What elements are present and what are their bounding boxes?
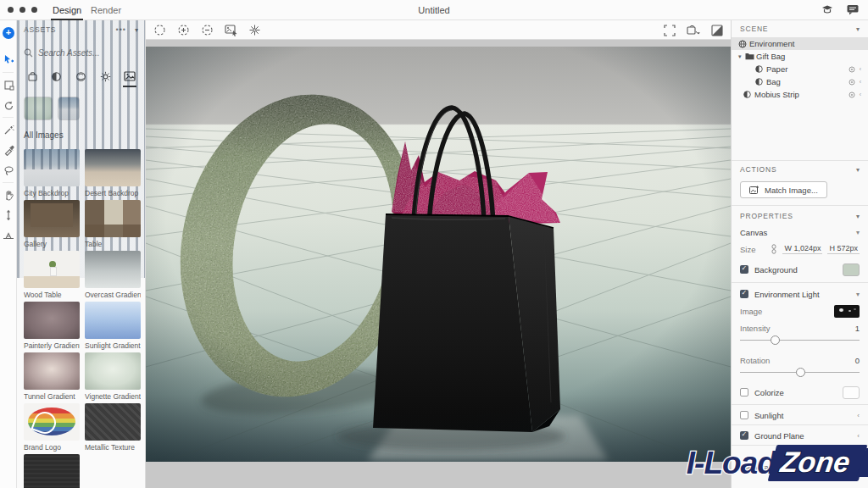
camera-view-icon[interactable] <box>686 23 700 37</box>
ground-plane-caret-icon[interactable]: ‹ <box>857 432 860 440</box>
intensity-label: Intensity <box>740 324 855 333</box>
row-caret-icon[interactable]: ‹ <box>860 79 861 85</box>
asset-item[interactable]: Desert Backdrop <box>85 149 141 197</box>
asset-item[interactable]: Table <box>85 200 141 248</box>
asset-thumbnail[interactable] <box>85 251 141 288</box>
asset-thumbnail[interactable] <box>85 403 141 441</box>
selected-asset-city[interactable] <box>58 97 80 120</box>
object-badge-icon[interactable] <box>849 92 855 98</box>
intensity-slider-thumb[interactable] <box>771 336 780 345</box>
actions-collapse-icon[interactable]: ▾ <box>856 166 860 174</box>
asset-item[interactable]: Painterly Gradient <box>24 302 80 350</box>
scene-item-paper[interactable]: Paper ‹ <box>732 63 868 75</box>
sampler-eyedropper-tool[interactable] <box>0 140 17 160</box>
row-caret-icon[interactable]: ‹ <box>860 92 861 97</box>
asset-item[interactable]: Wood Table <box>24 251 80 299</box>
asset-label: Brand Logo <box>24 443 80 452</box>
asset-item[interactable]: Gallery <box>24 200 80 248</box>
select-similar-icon[interactable] <box>224 23 238 37</box>
select-scale-tool[interactable] <box>0 75 17 95</box>
colorize-checkbox[interactable] <box>740 388 748 396</box>
select-marquee-icon[interactable] <box>153 23 167 37</box>
asset-thumbnail[interactable] <box>85 200 141 237</box>
sunlight-caret-icon[interactable]: ‹ <box>857 412 860 419</box>
properties-panel-title: PROPERTIES <box>740 212 856 220</box>
link-dimensions-icon[interactable] <box>771 244 777 254</box>
learn-icon[interactable] <box>821 3 834 16</box>
lasso-tool[interactable] <box>0 160 17 180</box>
background-checkbox[interactable] <box>740 265 748 274</box>
asset-item[interactable]: Overcast Gradient <box>85 251 141 299</box>
select-move-tool[interactable] <box>0 50 17 70</box>
sunlight-checkbox[interactable] <box>740 411 748 419</box>
asset-thumbnail[interactable] <box>85 302 141 339</box>
asset-thumbnail[interactable] <box>24 352 80 390</box>
add-selection-icon[interactable] <box>176 23 191 37</box>
asset-thumbnail[interactable] <box>24 200 80 237</box>
asset-thumbnail[interactable] <box>24 302 80 339</box>
object-badge-icon[interactable] <box>849 79 855 86</box>
environment-light-caret-icon[interactable]: ▾ <box>856 291 860 298</box>
asset-item[interactable]: Vignette Gradient <box>85 352 141 401</box>
background-color-swatch[interactable] <box>843 263 860 276</box>
add-content-button[interactable]: + <box>0 23 17 43</box>
rotate-tool[interactable] <box>0 95 17 115</box>
scene-collapse-icon[interactable]: ▾ <box>856 25 860 33</box>
asset-label: City Backdrop <box>24 189 80 197</box>
scene-item-gift-bag[interactable]: ▾ Gift Bag <box>732 50 868 63</box>
asset-item[interactable]: Sunlight Gradient <box>85 302 141 350</box>
colorize-color-swatch[interactable] <box>843 386 860 399</box>
asset-label: Wood Table <box>24 291 80 299</box>
fullscreen-icon[interactable] <box>662 23 676 37</box>
intensity-slider[interactable] <box>740 336 860 346</box>
match-image-icon <box>749 186 760 194</box>
asset-thumbnail[interactable] <box>24 251 80 288</box>
hand-tool[interactable] <box>0 185 17 205</box>
asset-thumbnail[interactable] <box>24 403 80 441</box>
asset-item[interactable]: Tunnel Gradient <box>24 352 80 401</box>
environment-image-thumbnail[interactable] <box>834 305 860 318</box>
scene-item-environment[interactable]: Environment <box>732 37 868 50</box>
watermark-text-1: I-Load <box>687 446 776 481</box>
subtract-selection-icon[interactable] <box>200 23 214 37</box>
material-sphere-icon <box>743 91 754 98</box>
asset-thumbnail[interactable] <box>85 352 141 390</box>
magic-select-icon[interactable] <box>248 23 262 37</box>
asset-item[interactable]: Metallic Texture <box>85 403 141 452</box>
render-preview-icon[interactable] <box>709 23 724 37</box>
match-image-button[interactable]: Match Image... <box>740 181 827 198</box>
rotation-value[interactable]: 0 <box>855 356 860 365</box>
intensity-value[interactable]: 1 <box>855 324 860 333</box>
asset-label: Gallery <box>24 240 80 248</box>
feedback-icon[interactable] <box>846 3 860 16</box>
asset-label: Desert Backdrop <box>85 189 141 197</box>
asset-label: Vignette Gradient <box>85 392 141 401</box>
asset-item[interactable]: City Backdrop <box>24 149 80 197</box>
asset-thumbnail[interactable] <box>85 149 141 186</box>
dolly-tool[interactable] <box>0 205 17 225</box>
asset-item[interactable]: Roughness Texture <box>24 454 80 488</box>
properties-collapse-icon[interactable]: ▾ <box>856 213 860 220</box>
asset-item[interactable]: Brand Logo <box>24 403 80 452</box>
ground-plane-checkbox[interactable] <box>740 431 748 440</box>
scene-item-label: Paper <box>766 64 849 74</box>
rotation-slider[interactable] <box>740 368 860 378</box>
magic-wand-tool[interactable] <box>0 119 17 140</box>
asset-thumbnail[interactable] <box>24 149 80 186</box>
row-caret-icon[interactable]: ‹ <box>860 66 861 72</box>
asset-label: Tunnel Gradient <box>24 392 80 401</box>
scene-item-bag[interactable]: Bag ‹ <box>732 75 868 88</box>
asset-thumbnail[interactable] <box>24 454 80 488</box>
rotation-slider-thumb[interactable] <box>796 368 805 377</box>
object-badge-icon[interactable] <box>849 66 855 73</box>
environment-light-checkbox[interactable] <box>740 290 748 298</box>
canvas-section-caret-icon[interactable]: ▾ <box>856 229 860 236</box>
canvas-width-field[interactable]: W 1,024px <box>782 244 822 254</box>
scene-item-label: Environment <box>749 39 861 48</box>
expand-caret-icon[interactable]: ▾ <box>738 53 745 60</box>
horizon-tool[interactable] <box>0 225 17 246</box>
scene-item-mobius-strip[interactable]: Mobius Strip ‹ <box>732 88 868 101</box>
vignette-overlay <box>146 47 731 462</box>
canvas-3d-scene[interactable] <box>146 47 731 462</box>
canvas-height-field[interactable]: H 572px <box>827 244 860 254</box>
